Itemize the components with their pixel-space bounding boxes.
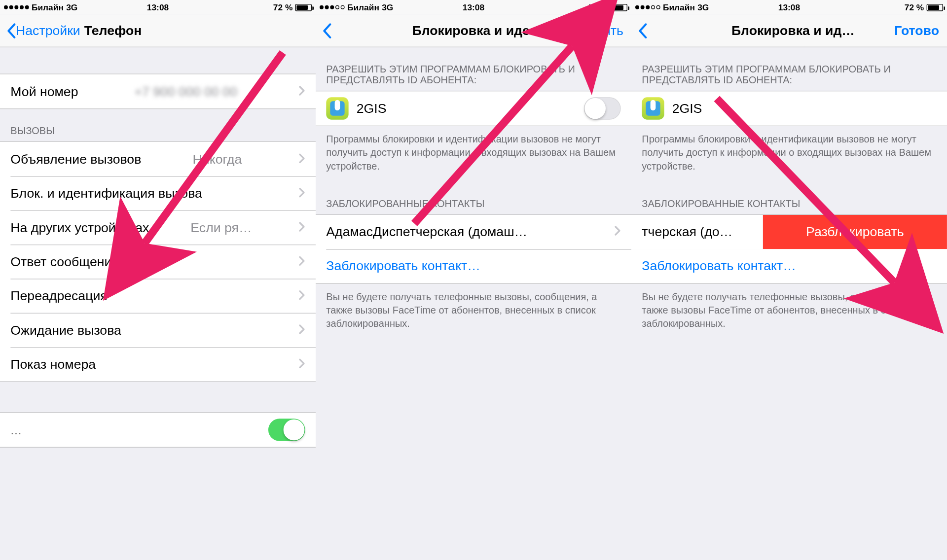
row-respond-message[interactable]: Ответ сообщением <box>0 245 316 279</box>
row-label: ... <box>10 422 21 438</box>
back-label: Настройки <box>16 23 80 38</box>
battery-percent: 72 % <box>589 2 609 12</box>
nav-title: Блокировка и иде… <box>412 23 543 38</box>
chevron-left-icon <box>6 23 16 38</box>
battery-icon <box>611 3 627 11</box>
nav-bar: Блокировка и ид… Готово <box>631 14 947 47</box>
row-label: Блок. и идентификация вызова <box>10 186 202 201</box>
row-add-block[interactable]: Заблокировать контакт… <box>316 249 631 283</box>
row-block-identify[interactable]: Блок. и идентификация вызова <box>0 176 316 210</box>
phone-blocking: Билайн 3G 13:08 72 % Блокировка и иде… И… <box>316 0 631 560</box>
network-label: 3G <box>66 2 77 12</box>
toggle-switch[interactable] <box>584 97 621 119</box>
status-bar: Билайн 3G 13:08 72 % <box>631 0 947 14</box>
done-button[interactable]: Готово <box>894 23 939 38</box>
network-label: 3G <box>382 2 393 12</box>
phone-blocking-edit: Билайн 3G 13:08 72 % Блокировка и ид… Го… <box>631 0 947 560</box>
toggle-switch[interactable] <box>268 419 305 441</box>
chevron-right-icon <box>298 186 305 201</box>
chevron-left-icon <box>322 23 331 38</box>
row-blocked-contact[interactable]: АдамасДиспетчерская (домаш… <box>316 215 631 249</box>
row-label: Показ номера <box>10 356 96 372</box>
section-header-blocked: ЗАБЛОКИРОВАННЫЕ КОНТАКТЫ <box>316 182 631 214</box>
row-app-2gis[interactable]: 2GIS <box>316 91 631 125</box>
carrier-label: Билайн <box>32 2 64 12</box>
row-label: Ожидание вызова <box>10 322 121 338</box>
row-label: Ответ сообщением <box>10 254 128 269</box>
row-label: Переадресация <box>10 288 107 304</box>
status-bar: Билайн 3G 13:08 72 % <box>0 0 316 14</box>
row-add-block[interactable]: Заблокировать контакт… <box>631 249 947 283</box>
row-label: 2GIS <box>357 101 387 116</box>
row-forwarding[interactable]: Переадресация <box>0 279 316 313</box>
app-icon-2gis <box>326 97 348 119</box>
row-value: Никогда <box>193 151 248 167</box>
back-button[interactable] <box>638 23 647 38</box>
section-footer-allow-apps: Программы блокировки и идентификации выз… <box>316 126 631 182</box>
chevron-right-icon <box>298 322 305 338</box>
status-bar: Билайн 3G 13:08 72 % <box>316 0 631 14</box>
row-label: АдамасДиспетчерская (домаш… <box>326 224 527 240</box>
clock-label: 13:08 <box>778 2 800 12</box>
row-caller-id[interactable]: Показ номера <box>0 347 316 381</box>
row-blocked-contact-swiped[interactable]: Разблокировать тчерская (до… <box>631 215 947 249</box>
app-icon-2gis <box>642 97 664 119</box>
back-button[interactable] <box>322 23 331 38</box>
chevron-right-icon <box>298 84 305 99</box>
chevron-right-icon <box>298 151 305 167</box>
chevron-right-icon <box>298 254 305 269</box>
row-value: Если ря… <box>190 220 257 235</box>
chevron-right-icon <box>614 224 620 240</box>
row-my-number[interactable]: Мой номер +7 900 000 00 00 <box>0 74 316 108</box>
chevron-right-icon <box>298 356 305 372</box>
row-call-waiting[interactable]: Ожидание вызова <box>0 313 316 347</box>
section-header-allow-apps: РАЗРЕШИТЬ ЭТИМ ПРОГРАММАМ БЛОКИРОВАТЬ И … <box>316 47 631 91</box>
section-footer-blocked: Вы не будете получать телефонные вызовы,… <box>631 284 947 340</box>
row-label: Заблокировать контакт… <box>326 258 480 274</box>
battery-icon <box>295 3 312 11</box>
section-footer-allow-apps: Программы блокировки и идентификации выз… <box>631 126 947 182</box>
row-app-2gis[interactable]: 2GIS <box>631 91 947 125</box>
section-header-calls: ВЫЗОВЫ <box>0 109 316 141</box>
battery-icon <box>927 3 943 11</box>
edit-button[interactable]: Изменить <box>564 23 623 38</box>
section-header-blocked: ЗАБЛОКИРОВАННЫЕ КОНТАКТЫ <box>631 182 947 214</box>
signal-dots-icon <box>4 5 29 9</box>
network-label: 3G <box>697 2 709 12</box>
nav-title: Телефон <box>84 23 142 38</box>
carrier-label: Билайн <box>347 2 379 12</box>
clock-label: 13:08 <box>147 2 169 12</box>
back-button[interactable]: Настройки <box>6 23 80 38</box>
row-other-devices[interactable]: На других устройствах Если ря… <box>0 210 316 245</box>
section-footer-blocked: Вы не будете получать телефонные вызовы,… <box>316 284 631 340</box>
row-label: На других устройствах <box>10 220 149 235</box>
nav-bar: Блокировка и иде… Изменить <box>316 14 631 47</box>
row-label: Заблокировать контакт… <box>642 258 796 274</box>
clock-label: 13:08 <box>463 2 484 12</box>
signal-dots-icon <box>320 5 345 9</box>
section-header-allow-apps: РАЗРЕШИТЬ ЭТИМ ПРОГРАММАМ БЛОКИРОВАТЬ И … <box>631 47 947 91</box>
row-value-blurred: +7 900 000 00 00 <box>134 84 242 99</box>
carrier-label: Билайн <box>663 2 695 12</box>
chevron-right-icon <box>298 220 305 235</box>
signal-dots-icon <box>635 5 660 9</box>
nav-title: Блокировка и ид… <box>731 23 855 38</box>
row-announce-calls[interactable]: Объявление вызовов Никогда <box>0 142 316 176</box>
chevron-right-icon <box>298 288 305 304</box>
row-label: Объявление вызовов <box>10 151 141 167</box>
row-toggle-unknown[interactable]: ... <box>0 413 316 447</box>
battery-percent: 72 % <box>273 2 293 12</box>
chevron-left-icon <box>638 23 647 38</box>
nav-bar: Настройки Телефон <box>0 14 316 47</box>
battery-percent: 72 % <box>905 2 924 12</box>
row-label: тчерская (до… <box>631 215 763 249</box>
row-label: 2GIS <box>672 101 702 116</box>
phone-settings: Билайн 3G 13:08 72 % Настройки Телефон М… <box>0 0 316 560</box>
row-label: Мой номер <box>10 84 78 99</box>
unblock-button[interactable]: Разблокировать <box>763 215 947 249</box>
